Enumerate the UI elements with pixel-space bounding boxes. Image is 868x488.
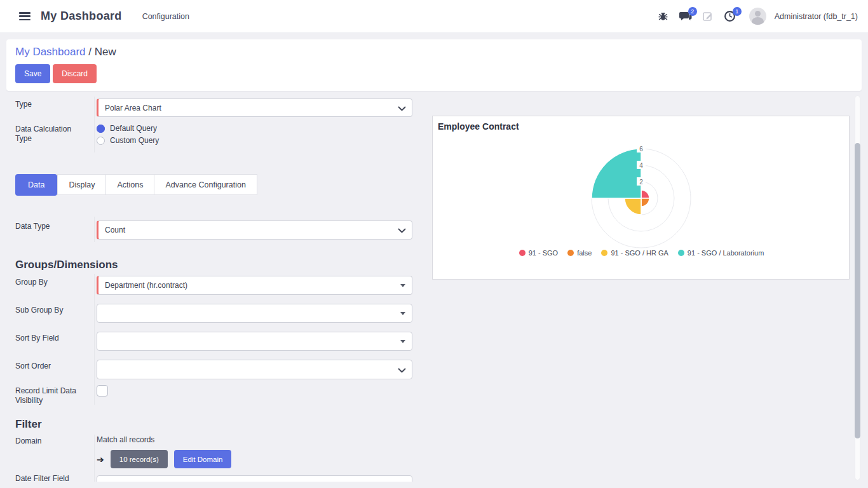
record-limit-data-visibility-label: Record Limit Data Visibility	[15, 386, 86, 405]
sort-order-select[interactable]	[97, 360, 412, 379]
app-title[interactable]: My Dashboard	[41, 10, 122, 23]
activities-badge: 1	[733, 7, 742, 16]
arrow-right-icon: ➔	[97, 454, 104, 464]
chevron-down-icon	[398, 368, 406, 373]
type-label: Type	[15, 100, 93, 109]
form-tabs: Data Display Actions Advance Configurati…	[15, 174, 257, 196]
data-calculation-type-label: Data Calculation Type	[15, 125, 84, 144]
separator	[94, 217, 95, 242]
data-type-select-value: Count	[105, 226, 125, 234]
tab-actions[interactable]: Actions	[106, 174, 154, 195]
edit-domain-button[interactable]: Edit Domain	[174, 450, 232, 468]
radio-unselected-icon	[97, 137, 105, 145]
type-select[interactable]: Polar Area Chart	[97, 98, 412, 117]
polar-slice	[641, 198, 649, 207]
radio-custom-query[interactable]: Custom Query	[97, 136, 159, 145]
caret-down-icon	[400, 340, 405, 343]
tab-data[interactable]: Data	[15, 174, 57, 196]
activities-clock-icon[interactable]: 1	[723, 10, 737, 24]
legend-dot-icon	[519, 250, 526, 256]
caret-down-icon	[400, 284, 405, 287]
tab-advance-configuration[interactable]: Advance Configuration	[154, 174, 257, 195]
chart-title: Employee Contract	[438, 121, 519, 132]
separator	[94, 97, 95, 152]
user-name[interactable]: Administrator (fdb_tr_1)	[775, 12, 858, 21]
breadcrumb: My Dashboard / New	[15, 46, 853, 58]
legend-item[interactable]: 91 - SGO	[519, 249, 558, 257]
legend-label: false	[577, 249, 592, 257]
data-type-select[interactable]: Count	[97, 220, 412, 240]
domain-records-button[interactable]: 10 record(s)	[111, 450, 168, 468]
chart-preview-card: Employee Contract 246 91 - SGOfalse91 - …	[432, 116, 850, 280]
scrollbar-thumb[interactable]	[855, 143, 860, 438]
form-content-area: Type Polar Area Chart Data Calculation T…	[0, 95, 868, 482]
svg-text:6: 6	[639, 146, 643, 152]
legend-dot-icon	[678, 250, 684, 256]
record-limit-checkbox[interactable]	[97, 385, 108, 396]
domain-row: ➔ 10 record(s) Edit Domain	[97, 450, 231, 468]
radio-default-query[interactable]: Default Query	[97, 124, 157, 133]
sort-by-field-label: Sort By Field	[15, 334, 93, 343]
navbar-right: 2 1 Administrator (fdb_tr_1)	[656, 8, 868, 25]
sort-by-field-select[interactable]	[97, 332, 412, 351]
type-select-value: Polar Area Chart	[105, 104, 161, 112]
legend-label: 91 - SGO / Laboratorium	[688, 249, 764, 257]
separator	[94, 274, 95, 405]
breadcrumb-separator: /	[88, 46, 94, 58]
date-filter-field-label: Date Filter Field	[15, 474, 93, 482]
polar-slice	[625, 198, 641, 215]
user-avatar[interactable]	[749, 8, 766, 25]
radio-selected-icon	[97, 125, 105, 133]
bug-icon[interactable]	[656, 10, 670, 24]
group-by-label: Group By	[15, 278, 93, 287]
breadcrumb-card: My Dashboard / New Save Discard	[6, 39, 862, 91]
radio-default-query-label: Default Query	[110, 124, 157, 133]
save-button[interactable]: Save	[15, 64, 50, 83]
svg-text:2: 2	[639, 179, 643, 186]
legend-dot-icon	[567, 250, 574, 256]
legend-label: 91 - SGO / HR GA	[611, 249, 668, 257]
separator	[94, 435, 95, 482]
data-type-label: Data Type	[15, 222, 93, 231]
date-filter-field-select[interactable]	[97, 475, 412, 482]
legend-item[interactable]: false	[567, 249, 592, 257]
group-by-select-value: Department (hr.contract)	[105, 281, 187, 290]
breadcrumb-current: New	[95, 46, 116, 58]
legend-dot-icon	[601, 250, 607, 256]
sort-order-label: Sort Order	[15, 362, 93, 371]
discard-button[interactable]: Discard	[53, 64, 97, 83]
sub-group-by-label: Sub Group By	[15, 306, 93, 315]
chevron-down-icon	[398, 106, 406, 111]
messages-badge: 2	[688, 7, 697, 16]
messages-icon[interactable]: 2	[679, 10, 693, 24]
legend-item[interactable]: 91 - SGO / HR GA	[601, 249, 668, 257]
sub-group-by-select[interactable]	[97, 304, 412, 323]
breadcrumb-parent-link[interactable]: My Dashboard	[15, 46, 86, 58]
domain-label: Domain	[15, 437, 93, 446]
polar-slice	[641, 190, 649, 198]
svg-text:4: 4	[639, 162, 643, 169]
polar-slice	[592, 149, 641, 198]
radio-custom-query-label: Custom Query	[110, 136, 159, 145]
tab-display[interactable]: Display	[57, 174, 106, 195]
chevron-down-icon	[398, 228, 406, 233]
top-navbar: My Dashboard Configuration 2 1 Administr…	[0, 0, 868, 33]
nav-menu-configuration[interactable]: Configuration	[142, 12, 189, 21]
filter-heading: Filter	[15, 418, 42, 431]
chart-legend: 91 - SGOfalse91 - SGO / HR GA91 - SGO / …	[433, 249, 850, 257]
legend-item[interactable]: 91 - SGO / Laboratorium	[678, 249, 764, 257]
groups-dimensions-heading: Groups/Dimensions	[15, 259, 118, 271]
edit-note-icon[interactable]	[701, 10, 715, 24]
caret-down-icon	[400, 312, 405, 315]
domain-match-text: Match all records	[97, 435, 154, 444]
menu-icon[interactable]	[19, 12, 31, 20]
legend-label: 91 - SGO	[529, 249, 558, 257]
group-by-select[interactable]: Department (hr.contract)	[97, 276, 412, 295]
